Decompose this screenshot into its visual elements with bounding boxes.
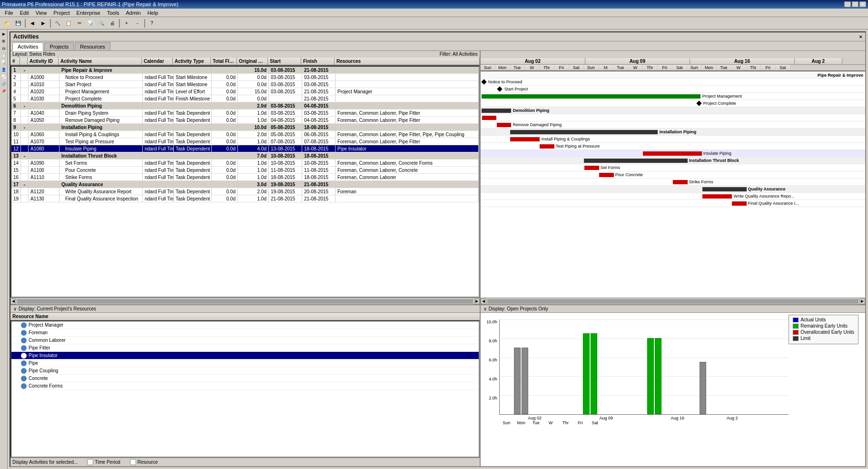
resource-row-concrete-forms[interactable]: Concrete Forms: [11, 382, 479, 390]
gantt-h-scroll[interactable]: ◀ ▶: [481, 298, 865, 304]
menu-file[interactable]: File: [2, 10, 16, 16]
gantt-scroll-left[interactable]: ◀: [481, 299, 486, 304]
side-btn-1[interactable]: ▶: [0, 30, 7, 37]
side-btn-6[interactable]: 👤: [0, 66, 7, 73]
cell-exp[interactable]: -: [21, 152, 29, 159]
side-btn-3[interactable]: 🗂: [0, 45, 7, 51]
table-row-selected[interactable]: 12 A1080 Insulate Piping ndard Full Time…: [11, 145, 479, 152]
menu-tools[interactable]: Tools: [104, 10, 122, 16]
table-row[interactable]: 6 - Demolition Piping 2.0d 03-08-2015 04…: [11, 102, 479, 110]
resource-row-pipe[interactable]: Pipe: [11, 359, 479, 367]
side-btn-5[interactable]: 📊: [0, 59, 7, 66]
toolbar-save[interactable]: 💾: [13, 19, 23, 28]
resource-row-concrete[interactable]: Concrete: [11, 375, 479, 382]
resource-row-foreman[interactable]: Foreman: [11, 329, 479, 337]
activity-table-body[interactable]: 1 - Pipe Repair & Improve 15.0d 03-08-20…: [10, 66, 480, 298]
resource-checkbox-label[interactable]: Resource: [130, 459, 158, 465]
table-row[interactable]: 15 A1100 Pour Concrete ndard Full Time T…: [11, 167, 479, 174]
menu-admin[interactable]: Admin: [123, 10, 143, 16]
bar-group-3: [647, 338, 661, 414]
scroll-right-btn[interactable]: ▶: [474, 299, 480, 304]
resource-list[interactable]: Project Manager Foreman Common Laborer P…: [10, 320, 480, 458]
resource-row-pipe-coupling[interactable]: Pipe Coupling: [11, 367, 479, 375]
col-header-float[interactable]: Total Float: [211, 58, 237, 65]
toolbar-open[interactable]: 📂: [2, 19, 12, 28]
menu-enterprise[interactable]: Enterprise: [74, 10, 103, 16]
col-header-exp[interactable]: [20, 58, 28, 65]
table-row[interactable]: 18 A1120 Write Quality Assurance Report …: [11, 188, 479, 195]
col-header-dur[interactable]: Original Duration: [237, 58, 268, 65]
table-row[interactable]: 5 A1030 Project Complete ndard Full Time…: [11, 95, 479, 102]
col-header-id[interactable]: Activity ID: [28, 58, 59, 65]
cell-id: A1000: [29, 74, 59, 80]
col-header-start[interactable]: Start: [268, 58, 301, 65]
menu-view[interactable]: View: [33, 10, 50, 16]
toolbar-help[interactable]: ?: [147, 19, 157, 28]
side-btn-9[interactable]: 📌: [0, 88, 7, 94]
toolbar-btn5[interactable]: 🔍: [96, 19, 107, 28]
time-period-checkbox[interactable]: [87, 459, 93, 465]
table-row[interactable]: 4 A1020 Project Management ndard Full Ti…: [11, 88, 479, 95]
toolbar-back[interactable]: ◀: [27, 19, 38, 28]
menu-help[interactable]: Help: [145, 10, 161, 16]
cell-exp[interactable]: -: [21, 181, 29, 188]
gantt-scroll-thumb[interactable]: [487, 299, 858, 304]
cell-exp[interactable]: -: [21, 67, 29, 73]
toolbar-btn4[interactable]: 📊: [85, 19, 96, 28]
side-btn-2[interactable]: ⊞: [0, 38, 7, 44]
menu-edit[interactable]: Edit: [17, 10, 32, 16]
table-row[interactable]: 10 A1060 Install Piping & Couplings ndar…: [11, 131, 479, 138]
toolbar-zoom-out[interactable]: -: [132, 19, 143, 28]
minimize-button[interactable]: _: [844, 1, 851, 7]
close-button[interactable]: ×: [859, 1, 866, 7]
table-row[interactable]: 13 - Installation Thrust Block 7.0d 10-0…: [11, 152, 479, 160]
col-header-name[interactable]: Activity Name: [59, 58, 142, 65]
resource-checkbox[interactable]: [130, 459, 136, 465]
toolbar-forward[interactable]: ▶: [38, 19, 49, 28]
gantt-scroll-right[interactable]: ▶: [859, 299, 865, 304]
tab-resources[interactable]: Resources: [75, 42, 110, 50]
resource-row-project-manager[interactable]: Project Manager: [11, 321, 479, 329]
toolbar-btn2[interactable]: 📋: [63, 19, 74, 28]
col-header-finish[interactable]: Finish: [301, 58, 335, 65]
side-btn-4[interactable]: 📋: [0, 52, 7, 59]
table-row[interactable]: 7 A1040 Drain Piping System ndard Full T…: [11, 110, 479, 117]
table-row[interactable]: 8 A1050 Remove Damaged Piping ndard Full…: [11, 117, 479, 124]
resource-row-pipe-fitter[interactable]: Pipe Fitter: [11, 344, 479, 352]
menu-project[interactable]: Project: [50, 10, 72, 16]
tab-projects[interactable]: Projects: [44, 42, 74, 50]
toolbar-btn3[interactable]: ✂: [74, 19, 85, 28]
tab-activities[interactable]: Activities: [12, 42, 43, 51]
side-btn-7[interactable]: 📈: [0, 73, 7, 80]
scroll-left-btn[interactable]: ◀: [10, 299, 16, 304]
table-row[interactable]: 16 A1110 Strike Forms ndard Full Time Ta…: [11, 174, 479, 181]
col-header-resources[interactable]: Resources: [335, 58, 480, 65]
table-h-scroll[interactable]: ◀ ▶: [10, 298, 480, 304]
toolbar-zoom-in[interactable]: +: [121, 19, 132, 28]
maximize-button[interactable]: □: [852, 1, 858, 7]
table-row[interactable]: 19 A1130 Final Quality Assurance Inspect…: [11, 195, 479, 202]
table-row[interactable]: 14 A1090 Set Forms ndard Full Time Task …: [11, 160, 479, 167]
time-period-checkbox-label[interactable]: Time Period: [87, 459, 120, 465]
cell-finish: 21-08-2015: [302, 88, 335, 95]
scroll-thumb[interactable]: [17, 299, 473, 304]
panel-close-btn[interactable]: ×: [859, 34, 862, 40]
table-row[interactable]: 17 - Quality Assurance 3.0d 19-08-2015 2…: [11, 181, 479, 188]
toolbar-btn6[interactable]: 🖨: [107, 19, 118, 28]
table-row[interactable]: 2 A1000 Notice to Proceed ndard Full Tim…: [11, 74, 479, 81]
resource-row-pipe-insulator[interactable]: Pipe Insulator: [11, 352, 479, 359]
cell-exp[interactable]: -: [21, 124, 29, 130]
resource-collapse-btn[interactable]: ∨: [13, 306, 17, 311]
col-header-cal[interactable]: Calendar: [142, 58, 173, 65]
table-row[interactable]: 3 A1010 Start Project ndard Full Time St…: [11, 81, 479, 88]
table-row[interactable]: 11 A1070 Test Piping at Pressure ndard F…: [11, 138, 479, 145]
chart-collapse-btn[interactable]: ∨: [483, 306, 487, 311]
resource-row-common-laborer[interactable]: Common Laborer: [11, 337, 479, 344]
col-header-type[interactable]: Activity Type: [173, 58, 211, 65]
cell-exp[interactable]: -: [21, 102, 29, 109]
table-row[interactable]: 9 - Installation Piping 10.0d 05-08-2015…: [11, 124, 479, 131]
toolbar-btn1[interactable]: 🔨: [52, 19, 63, 28]
side-btn-8[interactable]: 🔗: [0, 80, 7, 87]
col-header-num[interactable]: #: [10, 58, 20, 65]
table-row[interactable]: 1 - Pipe Repair & Improve 15.0d 03-08-20…: [11, 67, 479, 74]
